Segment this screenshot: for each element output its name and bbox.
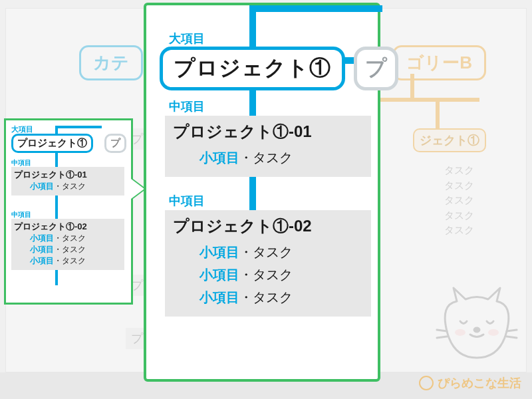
large-block-1: プロジェクト①-01 小項目・タスク	[165, 116, 371, 177]
small-mid-label-2: 中項目	[11, 210, 31, 219]
large-mid-label-2: 中項目	[169, 193, 205, 209]
small-block-2: プロジェクト①-02 小項目・タスク 小項目・タスク 小項目・タスク	[11, 219, 124, 270]
svg-point-1	[455, 329, 466, 336]
cat-mascot-icon	[434, 285, 520, 364]
small-block2-task2: 小項目・タスク	[14, 244, 122, 255]
large-block2-task1: 小項目・タスク	[173, 241, 364, 263]
large-major-label: 大項目	[169, 31, 205, 47]
large-block1-title: プロジェクト①-01	[173, 121, 364, 142]
callout-small: 大項目 プロジェクト① プ 中項目 プロジェクト①-01 小項目・タスク 中項目…	[4, 118, 133, 305]
large-mid-label-1: 中項目	[169, 98, 205, 114]
large-block2-task2: 小項目・タスク	[173, 263, 364, 286]
credit-face-icon	[419, 376, 434, 390]
large-project-box: プロジェクト①	[160, 47, 345, 90]
small-block2-task3: 小項目・タスク	[14, 255, 122, 267]
small-block1-title: プロジェクト①-01	[14, 169, 122, 181]
bg-project-b: ジェクト①	[413, 128, 486, 152]
category-a-box: カテ	[79, 45, 143, 80]
small-major-label: 大項目	[11, 124, 33, 134]
svg-point-2	[488, 329, 499, 336]
small-block-1: プロジェクト①-01 小項目・タスク	[11, 167, 124, 196]
small-project2-box: プ	[104, 134, 126, 153]
small-block1-task: 小項目・タスク	[14, 181, 122, 192]
small-block2-title: プロジェクト①-02	[14, 221, 122, 233]
large-block2-task3: 小項目・タスク	[173, 286, 364, 309]
large-block-2: プロジェクト①-02 小項目・タスク 小項目・タスク 小項目・タスク	[165, 210, 371, 317]
category-b-box: ゴリーB	[392, 45, 486, 80]
large-block1-task1: 小項目・タスク	[173, 146, 364, 169]
small-mid-label-1: 中項目	[11, 158, 31, 168]
large-block2-title: プロジェクト①-02	[173, 215, 364, 237]
bg-tasks-list: タスク タスク タスク タスク タスク	[444, 163, 474, 238]
small-project-box: プロジェクト①	[11, 134, 93, 153]
small-block2-task1: 小項目・タスク	[14, 233, 122, 244]
large-project2-box: プ	[354, 47, 398, 90]
callout-large: 大項目 プロジェクト① プ 中項目 プロジェクト①-01 小項目・タスク 中項目…	[144, 3, 380, 382]
svg-point-0	[474, 328, 479, 332]
credit-text: ぴらめこな生活	[419, 375, 521, 391]
